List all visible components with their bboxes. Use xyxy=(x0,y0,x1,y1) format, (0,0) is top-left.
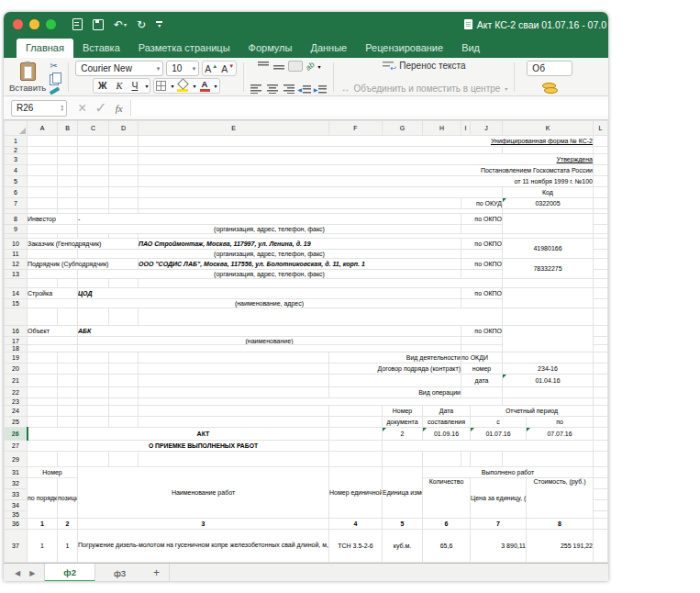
row-header[interactable]: 5 xyxy=(5,176,28,187)
cell[interactable] xyxy=(58,452,78,467)
cell-okpo-label[interactable]: по ОКПО xyxy=(461,239,503,250)
wrap-text-button[interactable]: ↩ Перенос текста xyxy=(383,61,465,71)
cell[interactable] xyxy=(594,364,608,375)
select-all-corner[interactable] xyxy=(5,121,28,136)
cell[interactable] xyxy=(594,154,608,165)
cell[interactable] xyxy=(28,398,58,406)
cell[interactable] xyxy=(78,352,109,364)
close-button[interactable] xyxy=(13,19,23,29)
cell-colnum[interactable]: 8 xyxy=(527,519,594,530)
cell[interactable] xyxy=(28,176,58,187)
cell-customer-label[interactable]: Заказчик (Генподрядчик) xyxy=(28,239,139,250)
cell[interactable] xyxy=(329,452,383,467)
new-file-button[interactable] xyxy=(72,18,83,30)
accounting-format-button[interactable] xyxy=(542,83,558,94)
cell[interactable] xyxy=(28,299,78,308)
cell[interactable] xyxy=(109,375,139,387)
cell-row-unit[interactable]: куб.м. xyxy=(383,530,423,563)
cell[interactable] xyxy=(109,187,139,198)
row-header[interactable]: 11 xyxy=(5,250,28,259)
cell[interactable] xyxy=(28,270,78,279)
undo-dropdown-icon[interactable]: ▾ xyxy=(124,19,127,30)
column-header[interactable]: J xyxy=(471,121,503,136)
cell[interactable] xyxy=(78,165,109,176)
orientation-button[interactable]: ab xyxy=(304,60,317,73)
cell-okpo-label[interactable]: по ОКПО xyxy=(461,214,503,225)
cell[interactable] xyxy=(28,136,58,147)
tab-page-layout[interactable]: Разметка страницы xyxy=(129,39,239,58)
cell-contract-label[interactable]: Договор подряда (контракт) xyxy=(329,364,461,375)
cell-colnum[interactable]: 6 xyxy=(423,519,471,530)
cell[interactable] xyxy=(461,452,471,467)
row-header[interactable]: 24 xyxy=(5,406,28,417)
cell[interactable] xyxy=(78,375,109,387)
cell[interactable] xyxy=(78,176,109,187)
cell-contractor-label[interactable]: Подрядчик (Субподрядчик) xyxy=(28,259,139,270)
cell[interactable] xyxy=(139,352,329,364)
prev-sheet-button[interactable]: ◀ xyxy=(15,569,20,577)
cell-approved-by[interactable]: Постановлением Госкомстата России xyxy=(139,165,594,176)
cell[interactable] xyxy=(461,299,503,308)
cell[interactable] xyxy=(594,406,608,417)
cell[interactable] xyxy=(58,406,78,417)
fill-color-button[interactable] xyxy=(177,80,188,92)
cell[interactable] xyxy=(139,406,329,417)
cell-code-label[interactable]: Код xyxy=(503,187,594,198)
cell[interactable] xyxy=(109,452,139,467)
cell-colnum[interactable]: 5 xyxy=(383,519,423,530)
cell-operation-label[interactable]: Вид операции xyxy=(329,387,461,398)
cell[interactable] xyxy=(28,250,78,259)
cell[interactable] xyxy=(58,176,78,187)
cell[interactable] xyxy=(109,176,139,187)
cell[interactable] xyxy=(58,198,78,209)
cell-customer-okpo[interactable]: 41980166 xyxy=(503,239,594,259)
cell-org-hint[interactable]: (организация, адрес, телефон, факс) xyxy=(78,225,461,234)
cell[interactable] xyxy=(139,452,329,467)
cell[interactable] xyxy=(109,406,139,417)
align-center-button[interactable] xyxy=(266,84,279,94)
row-header[interactable]: 15 xyxy=(5,299,28,308)
cell-contractor-okpo[interactable]: 78332275 xyxy=(503,259,594,279)
cell[interactable] xyxy=(109,417,139,428)
cell-object-value[interactable]: АБК xyxy=(78,326,461,337)
cell[interactable] xyxy=(28,375,58,387)
underline-dropdown-icon[interactable]: ▾ xyxy=(145,83,148,89)
cell[interactable] xyxy=(58,352,78,364)
cell-colnum[interactable]: 7 xyxy=(471,519,527,530)
cell[interactable] xyxy=(594,250,608,259)
cell[interactable] xyxy=(78,345,461,352)
cell-row-name[interactable]: Погружение дизель-молотом на гусеничном … xyxy=(78,530,329,563)
row-header[interactable] xyxy=(5,279,28,288)
cell[interactable] xyxy=(594,279,608,288)
cell[interactable] xyxy=(461,225,503,234)
cell[interactable] xyxy=(58,417,78,428)
cell[interactable] xyxy=(594,326,608,337)
cell[interactable] xyxy=(139,364,329,375)
cell[interactable] xyxy=(139,375,329,387)
row-header[interactable]: 1 xyxy=(5,136,28,147)
cell[interactable] xyxy=(78,279,109,288)
paste-button[interactable]: Вставить xyxy=(9,62,46,93)
cell[interactable] xyxy=(78,154,109,165)
cell[interactable] xyxy=(109,308,139,326)
name-box[interactable]: R26 ▲▼ xyxy=(11,100,67,117)
fill-dropdown-icon[interactable]: ▾ xyxy=(193,83,195,89)
row-header[interactable]: 16 xyxy=(5,326,28,337)
cell-activity-label[interactable]: Вид деятельности xyxy=(329,352,461,364)
confirm-entry-icon[interactable]: ✓ xyxy=(94,99,106,117)
cell[interactable] xyxy=(594,299,608,308)
cell-contract-date-value[interactable]: 01.04.16 xyxy=(503,375,594,387)
cell[interactable] xyxy=(28,154,58,165)
cell[interactable] xyxy=(28,147,58,154)
cell[interactable] xyxy=(329,428,383,441)
cell[interactable] xyxy=(28,441,78,452)
align-left-button[interactable] xyxy=(250,84,263,94)
cell-act-title[interactable]: АКТ xyxy=(78,428,329,441)
row-header[interactable]: 33 xyxy=(5,489,28,500)
formula-input[interactable] xyxy=(130,100,608,116)
cell-period-header[interactable]: Отчетный период xyxy=(471,406,594,417)
row-header[interactable]: 19 xyxy=(5,352,28,364)
cell[interactable] xyxy=(139,187,503,198)
cell-site-label[interactable]: Стройка xyxy=(28,288,78,299)
cell-header-work-name[interactable]: Наименование работ xyxy=(78,467,329,519)
